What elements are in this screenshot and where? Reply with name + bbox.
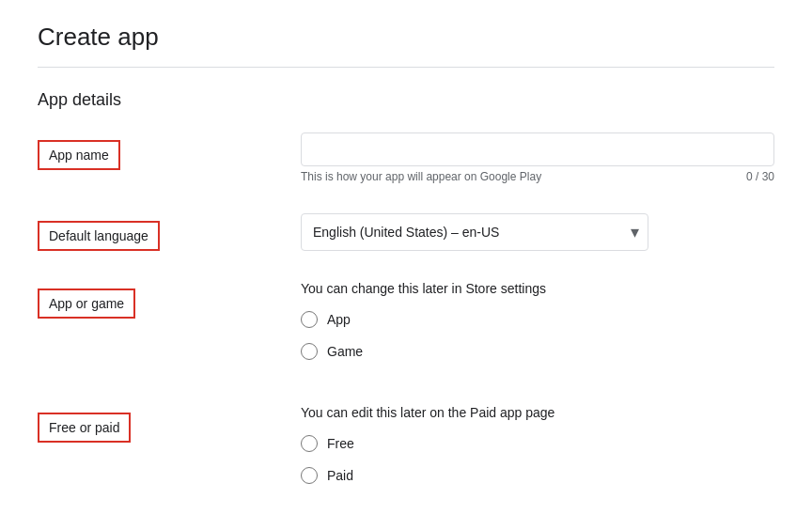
game-option[interactable]: Game (301, 343, 774, 360)
free-radio-label: Free (327, 436, 354, 451)
free-or-paid-description: You can edit this later on the Paid app … (301, 405, 774, 420)
page-title: Create app (38, 23, 774, 52)
default-language-label-col: Default language (38, 213, 226, 251)
paid-option[interactable]: Paid (301, 467, 774, 484)
app-name-content: This is how your app will appear on Goog… (226, 132, 774, 183)
app-name-label-col: App name (38, 132, 226, 170)
default-language-row: Default language English (United States)… (38, 213, 774, 251)
default-language-select[interactable]: English (United States) – en-US Spanish … (301, 213, 648, 251)
default-language-label: Default language (38, 221, 160, 251)
paid-radio[interactable] (301, 467, 318, 484)
section-divider (38, 67, 774, 68)
game-radio[interactable] (301, 343, 318, 360)
free-or-paid-content: You can edit this later on the Paid app … (226, 405, 774, 499)
free-or-paid-label-col: Free or paid (38, 405, 226, 443)
app-or-game-row: App or game You can change this later in… (38, 281, 774, 375)
free-option[interactable]: Free (301, 435, 774, 452)
default-language-content: English (United States) – en-US Spanish … (226, 213, 774, 251)
app-option[interactable]: App (301, 311, 774, 328)
app-name-counter: 0 / 30 (746, 170, 774, 183)
default-language-select-wrapper: English (United States) – en-US Spanish … (301, 213, 648, 251)
app-or-game-description: You can change this later in Store setti… (301, 281, 774, 296)
app-name-input[interactable] (301, 132, 774, 166)
app-radio[interactable] (301, 311, 318, 328)
game-radio-label: Game (327, 344, 363, 359)
free-or-paid-label: Free or paid (38, 413, 131, 443)
app-name-hint: This is how your app will appear on Goog… (301, 170, 541, 183)
app-name-label: App name (38, 140, 120, 170)
page-container: Create app App details App name This is … (0, 0, 812, 530)
app-or-game-label-col: App or game (38, 281, 226, 319)
app-name-row: App name This is how your app will appea… (38, 132, 774, 183)
app-or-game-content: You can change this later in Store setti… (226, 281, 774, 375)
section-title: App details (38, 90, 774, 110)
app-radio-label: App (327, 312, 351, 327)
free-or-paid-row: Free or paid You can edit this later on … (38, 405, 774, 499)
app-name-hint-row: This is how your app will appear on Goog… (301, 170, 774, 183)
app-or-game-label: App or game (38, 288, 135, 319)
free-radio[interactable] (301, 435, 318, 452)
paid-radio-label: Paid (327, 468, 353, 483)
